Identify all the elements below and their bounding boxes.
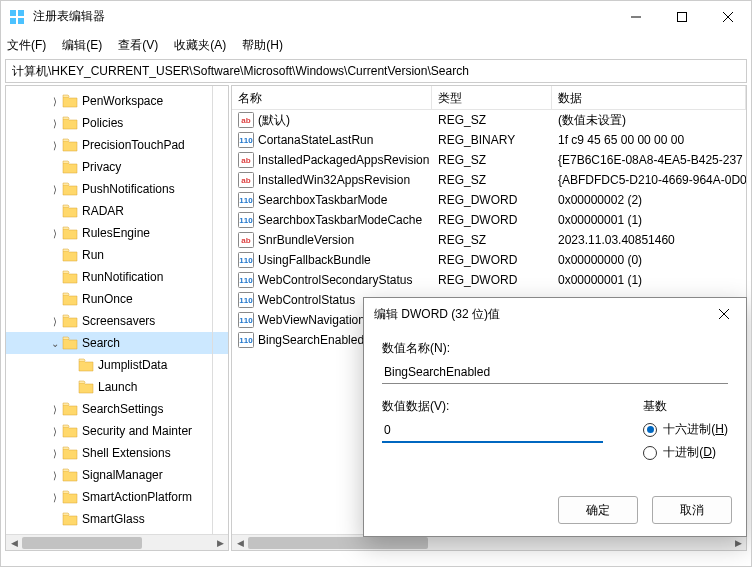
tree-panel: ⟩PenWorkspace⟩Policies⟩PrecisionTouchPad… — [5, 85, 229, 551]
svg-text:110: 110 — [239, 316, 253, 325]
tree-item-shell-extensions[interactable]: ⟩Shell Extensions — [6, 442, 228, 464]
value-data: 0x00000001 (1) — [552, 213, 746, 227]
tree-item-radar[interactable]: RADAR — [6, 200, 228, 222]
svg-text:ab: ab — [241, 176, 250, 185]
expand-toggle[interactable]: ⟩ — [48, 228, 62, 239]
ok-button[interactable]: 确定 — [558, 496, 638, 524]
binary-value-icon: 110 — [238, 132, 254, 148]
tree-item-smartactionplatform[interactable]: ⟩SmartActionPlatform — [6, 486, 228, 508]
tree-item-precisiontouchpad[interactable]: ⟩PrecisionTouchPad — [6, 134, 228, 156]
window-title: 注册表编辑器 — [33, 8, 613, 25]
tree-item-label: Screensavers — [82, 314, 155, 328]
folder-icon — [62, 292, 78, 306]
tree-item-search[interactable]: ⌄Search — [6, 332, 228, 354]
expand-toggle[interactable]: ⟩ — [48, 118, 62, 129]
menu-edit[interactable]: 编辑(E) — [62, 37, 102, 54]
radio-hex[interactable]: 十六进制(H) — [643, 421, 728, 438]
list-row[interactable]: 110SearchboxTaskbarModeCacheREG_DWORD0x0… — [232, 210, 746, 230]
string-value-icon: ab — [238, 152, 254, 168]
tree-item-launch[interactable]: Launch — [6, 376, 228, 398]
list-row[interactable]: abInstalledPackagedAppsRevisionREG_SZ{E7… — [232, 150, 746, 170]
tree-item-label: PrecisionTouchPad — [82, 138, 185, 152]
value-data-input[interactable] — [382, 419, 603, 443]
value-data: 1f c9 45 65 00 00 00 00 — [552, 133, 746, 147]
list-row[interactable]: abSnrBundleVersionREG_SZ2023.11.03.40851… — [232, 230, 746, 250]
list-row[interactable]: ab(默认)REG_SZ(数值未设置) — [232, 110, 746, 130]
tree-item-jumplistdata[interactable]: JumplistData — [6, 354, 228, 376]
value-data: {E7B6C16E-08A8-4EA5-B425-237 — [552, 153, 746, 167]
menu-help[interactable]: 帮助(H) — [242, 37, 283, 54]
value-name: SearchboxTaskbarMode — [258, 193, 387, 207]
maximize-button[interactable] — [659, 1, 705, 33]
cancel-button[interactable]: 取消 — [652, 496, 732, 524]
tree-item-runonce[interactable]: RunOnce — [6, 288, 228, 310]
binary-value-icon: 110 — [238, 312, 254, 328]
list-row[interactable]: abInstalledWin32AppsRevisionREG_SZ{ABFDF… — [232, 170, 746, 190]
folder-icon — [78, 380, 94, 394]
tree-item-screensavers[interactable]: ⟩Screensavers — [6, 310, 228, 332]
folder-icon — [62, 226, 78, 240]
minimize-button[interactable] — [613, 1, 659, 33]
value-data-label: 数值数据(V): — [382, 398, 603, 415]
tree-item-privacy[interactable]: Privacy — [6, 156, 228, 178]
folder-icon — [62, 490, 78, 504]
tree-item-label: JumplistData — [98, 358, 167, 372]
close-button[interactable] — [705, 1, 751, 33]
tree-item-label: Shell Extensions — [82, 446, 171, 460]
tree-item-runnotification[interactable]: RunNotification — [6, 266, 228, 288]
expand-toggle[interactable]: ⟩ — [48, 404, 62, 415]
expand-toggle[interactable]: ⌄ — [48, 338, 62, 349]
tree-item-signalmanager[interactable]: ⟩SignalManager — [6, 464, 228, 486]
tree-hscrollbar[interactable]: ◀▶ — [6, 534, 228, 550]
value-type: REG_SZ — [432, 153, 552, 167]
tree-item-penworkspace[interactable]: ⟩PenWorkspace — [6, 90, 228, 112]
value-name-input[interactable] — [382, 361, 728, 384]
col-name[interactable]: 名称 — [232, 86, 432, 109]
col-data[interactable]: 数据 — [552, 86, 746, 109]
binary-value-icon: 110 — [238, 272, 254, 288]
expand-toggle[interactable]: ⟩ — [48, 448, 62, 459]
menu-view[interactable]: 查看(V) — [118, 37, 158, 54]
list-row[interactable]: 110UsingFallbackBundleREG_DWORD0x0000000… — [232, 250, 746, 270]
tree-item-security-and-mainter[interactable]: ⟩Security and Mainter — [6, 420, 228, 442]
tree-item-smartglass[interactable]: SmartGlass — [6, 508, 228, 530]
base-group: 基数 十六进制(H) 十进制(D) — [643, 398, 728, 467]
value-data: 0x00000002 (2) — [552, 193, 746, 207]
tree-item-rulesengine[interactable]: ⟩RulesEngine — [6, 222, 228, 244]
expand-toggle[interactable]: ⟩ — [48, 96, 62, 107]
svg-rect-1 — [18, 10, 24, 16]
expand-toggle[interactable]: ⟩ — [48, 470, 62, 481]
expand-toggle[interactable]: ⟩ — [48, 426, 62, 437]
svg-text:ab: ab — [241, 156, 250, 165]
svg-rect-5 — [678, 12, 687, 21]
list-row[interactable]: 110SearchboxTaskbarModeREG_DWORD0x000000… — [232, 190, 746, 210]
dialog-close-button[interactable] — [712, 302, 736, 326]
titlebar: 注册表编辑器 — [1, 1, 751, 33]
menu-favorites[interactable]: 收藏夹(A) — [174, 37, 226, 54]
folder-icon — [62, 446, 78, 460]
menu-file[interactable]: 文件(F) — [7, 37, 46, 54]
expand-toggle[interactable]: ⟩ — [48, 140, 62, 151]
folder-icon — [62, 182, 78, 196]
folder-icon — [62, 138, 78, 152]
folder-icon — [62, 248, 78, 262]
value-name: (默认) — [258, 112, 290, 129]
tree-item-pushnotifications[interactable]: ⟩PushNotifications — [6, 178, 228, 200]
svg-text:110: 110 — [239, 276, 253, 285]
radio-dec[interactable]: 十进制(D) — [643, 444, 728, 461]
dialog-title: 编辑 DWORD (32 位)值 — [374, 306, 500, 323]
tree-vscrollbar[interactable] — [212, 86, 228, 534]
address-bar[interactable]: 计算机\HKEY_CURRENT_USER\Software\Microsoft… — [5, 59, 747, 83]
binary-value-icon: 110 — [238, 252, 254, 268]
tree-item-label: SignalManager — [82, 468, 163, 482]
expand-toggle[interactable]: ⟩ — [48, 492, 62, 503]
tree-item-searchsettings[interactable]: ⟩SearchSettings — [6, 398, 228, 420]
col-type[interactable]: 类型 — [432, 86, 552, 109]
value-data: (数值未设置) — [552, 112, 746, 129]
tree-item-run[interactable]: Run — [6, 244, 228, 266]
expand-toggle[interactable]: ⟩ — [48, 316, 62, 327]
list-row[interactable]: 110CortanaStateLastRunREG_BINARY1f c9 45… — [232, 130, 746, 150]
tree-item-policies[interactable]: ⟩Policies — [6, 112, 228, 134]
list-row[interactable]: 110WebControlSecondaryStatusREG_DWORD0x0… — [232, 270, 746, 290]
expand-toggle[interactable]: ⟩ — [48, 184, 62, 195]
